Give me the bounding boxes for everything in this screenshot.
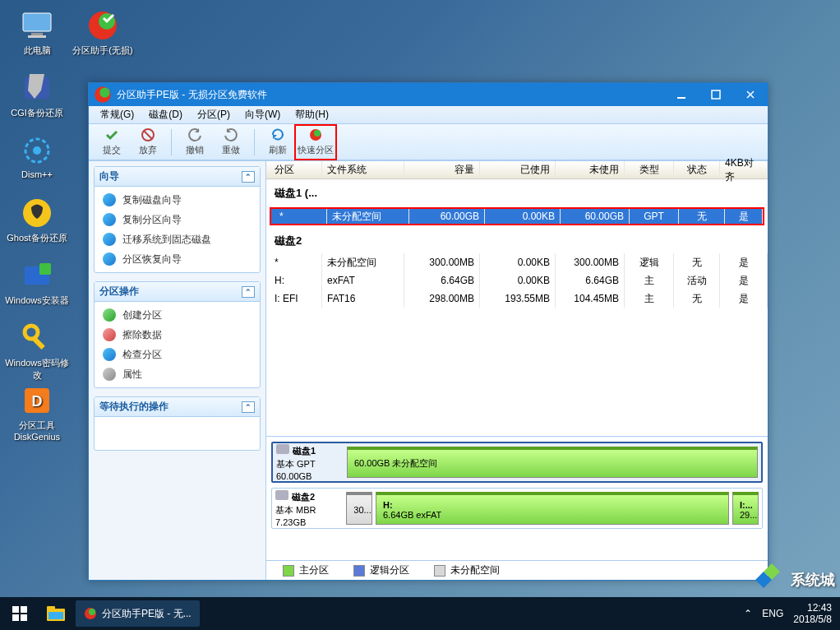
- desktop-icon-ghost[interactable]: Ghost备份还原: [4, 196, 70, 255]
- legend-logical: 逻辑分区: [353, 563, 409, 577]
- menu-help[interactable]: 帮助(H): [288, 106, 335, 123]
- collapse-icon[interactable]: ⌃: [242, 286, 255, 298]
- title-bar[interactable]: 分区助手PE版 - 无损分区免费软件: [89, 83, 768, 106]
- disk-map-area: 磁盘1 基本 GPT 60.00GB 60.00GB 未分配空间 磁盘2 基本 …: [266, 437, 768, 560]
- watermark-logo-icon: [758, 566, 786, 594]
- op-create-partition[interactable]: 创建分区: [95, 305, 260, 325]
- wizard-copy-partition[interactable]: 复制分区向导: [95, 210, 260, 229]
- wizard-icon: [103, 252, 116, 266]
- svg-rect-27: [47, 606, 55, 610]
- svg-rect-10: [39, 263, 51, 275]
- pending-ops-panel: 等待执行的操作⌃: [94, 396, 261, 451]
- main-area: 分区 文件系统 容量 已使用 未使用 类型 状态 4KB对齐 磁盘1 (... …: [266, 161, 768, 580]
- minimize-button[interactable]: [664, 83, 699, 106]
- desktop-icon-diskgenius[interactable]: D 分区工具DiskGenius: [4, 383, 70, 442]
- partition-ops-panel: 分区操作⌃ 创建分区 擦除数据 检查分区 属性: [94, 281, 261, 388]
- refresh-button[interactable]: 刷新: [260, 126, 296, 159]
- svg-point-16: [99, 87, 109, 97]
- partition-row[interactable]: *未分配空间300.00MB0.00KB300.00MB逻辑无是: [266, 253, 768, 271]
- desktop-icon-thispc[interactable]: 此电脑: [4, 8, 70, 67]
- close-button[interactable]: [733, 83, 768, 106]
- desktop-icon-dism[interactable]: Dism++: [4, 133, 70, 192]
- svg-rect-1: [31, 33, 43, 35]
- taskbar-explorer-icon[interactable]: [39, 597, 72, 630]
- disk-bar-h[interactable]: H:6.64GB exFAT: [376, 492, 729, 525]
- undo-button[interactable]: 撤销: [177, 126, 213, 159]
- panel-title: 向导: [99, 169, 119, 183]
- discard-button[interactable]: 放弃: [130, 126, 166, 159]
- menu-partition[interactable]: 分区(P): [191, 106, 237, 123]
- desktop-icon-partition-assistant[interactable]: 分区助手(无损): [70, 8, 136, 67]
- menu-bar: 常规(G) 磁盘(D) 分区(P) 向导(W) 帮助(H): [89, 106, 768, 124]
- wizard-recover-partition[interactable]: 分区恢复向导: [95, 249, 260, 269]
- wizard-copy-disk[interactable]: 复制磁盘向导: [95, 190, 260, 210]
- op-properties[interactable]: 属性: [95, 364, 260, 384]
- disk2-label[interactable]: 磁盘2: [266, 227, 768, 253]
- disk-map-info: 磁盘1 基本 GPT 60.00GB: [276, 447, 344, 478]
- desktop-icon-label: Dism++: [21, 169, 53, 179]
- menu-disk[interactable]: 磁盘(D): [142, 106, 189, 123]
- partition-list: 磁盘1 (... * 未分配空间 60.00GB 0.00KB 60.00GB …: [266, 179, 768, 437]
- partition-assistant-window: 分区助手PE版 - 无损分区免费软件 常规(G) 磁盘(D) 分区(P) 向导(…: [88, 82, 768, 581]
- partition-row[interactable]: I: EFIFAT16298.00MB193.55MB104.45MB主无是: [266, 290, 768, 308]
- desktop-icon-winpass[interactable]: Windows密码修改: [4, 321, 70, 380]
- tray-clock[interactable]: 12:43 2018/5/8: [793, 602, 832, 626]
- op-check-partition[interactable]: 检查分区: [95, 345, 260, 364]
- disk-map-disk2[interactable]: 磁盘2 基本 MBR 7.23GB 30... H:6.64GB exFAT I…: [271, 488, 763, 529]
- collapse-icon[interactable]: ⌃: [242, 171, 255, 183]
- disk1-label[interactable]: 磁盘1 (...: [266, 179, 768, 206]
- disk-icon: [276, 444, 289, 454]
- maximize-button[interactable]: [699, 83, 733, 106]
- disk-bar-unallocated[interactable]: 60.00GB 未分配空间: [347, 447, 758, 478]
- svg-point-30: [89, 609, 95, 615]
- menu-wizard[interactable]: 向导(W): [238, 106, 287, 123]
- col-unused[interactable]: 未使用: [556, 161, 625, 178]
- desktop-icon-cgi[interactable]: CGI备份还原: [4, 71, 70, 130]
- disk-bar-i[interactable]: I:...29...: [732, 492, 759, 525]
- tray-chevron-icon[interactable]: ⌃: [744, 608, 752, 619]
- quick-partition-button[interactable]: 快速分区: [298, 126, 334, 159]
- desktop-icon-wininstall[interactable]: Windows安装器: [4, 258, 70, 317]
- commit-button[interactable]: 提交: [94, 126, 130, 159]
- col-used[interactable]: 已使用: [480, 161, 556, 178]
- menu-general[interactable]: 常规(G): [94, 106, 141, 123]
- svg-rect-0: [23, 13, 51, 31]
- collapse-icon[interactable]: ⌃: [242, 401, 255, 413]
- disk-map-disk1[interactable]: 磁盘1 基本 GPT 60.00GB 60.00GB 未分配空间: [271, 442, 763, 483]
- col-capacity[interactable]: 容量: [404, 161, 480, 178]
- wizard-icon: [103, 233, 116, 246]
- taskbar-app-item[interactable]: 分区助手PE版 - 无...: [76, 600, 200, 627]
- panel-title: 等待执行的操作: [99, 400, 168, 414]
- wizard-icon: [103, 193, 116, 206]
- disk-icon: [275, 490, 288, 500]
- svg-text:D: D: [32, 393, 43, 410]
- col-4kb[interactable]: 4KB对齐: [720, 161, 768, 178]
- sidebar: 向导⌃ 复制磁盘向导 复制分区向导 迁移系统到固态磁盘 分区恢复向导 分区操作⌃…: [89, 161, 266, 580]
- partition-row[interactable]: H:exFAT6.64GB0.00KB6.64GB主活动是: [266, 271, 768, 290]
- legend: 主分区 逻辑分区 未分配空间: [266, 560, 768, 580]
- quick-partition-highlight: 快速分区: [294, 124, 337, 160]
- desktop-icon-label: Ghost备份还原: [7, 232, 67, 244]
- col-filesystem[interactable]: 文件系统: [322, 161, 404, 178]
- col-partition[interactable]: 分区: [266, 161, 322, 178]
- op-wipe-data[interactable]: 擦除数据: [95, 325, 260, 345]
- redo-button[interactable]: 重做: [213, 126, 249, 159]
- legend-unallocated: 未分配空间: [434, 563, 500, 577]
- svg-rect-22: [12, 606, 19, 613]
- legend-primary: 主分区: [283, 563, 329, 577]
- disk-bar-unallocated[interactable]: 30...: [346, 492, 372, 525]
- wizard-icon: [103, 213, 116, 226]
- disk-map-info: 磁盘2 基本 MBR 7.23GB: [275, 492, 343, 525]
- app-icon: [94, 86, 112, 104]
- svg-point-7: [33, 146, 41, 155]
- col-status[interactable]: 状态: [674, 161, 720, 178]
- desktop-icon-label: Windows密码修改: [4, 357, 70, 382]
- partition-row-selected[interactable]: * 未分配空间 60.00GB 0.00KB 60.00GB GPT 无 是: [270, 207, 764, 225]
- svg-point-21: [314, 130, 321, 137]
- tray-language[interactable]: ENG: [762, 608, 783, 619]
- wizard-migrate-ssd[interactable]: 迁移系统到固态磁盘: [95, 229, 260, 249]
- col-type[interactable]: 类型: [625, 161, 674, 178]
- desktop-icon-label: Windows安装器: [5, 294, 69, 307]
- desktop-icon-label: CGI备份还原: [11, 107, 63, 119]
- start-button[interactable]: [0, 597, 39, 630]
